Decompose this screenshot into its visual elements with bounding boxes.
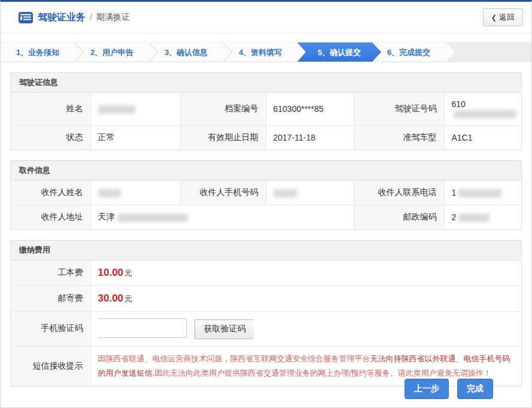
step-1-business-notice: 1、业务须知 xyxy=(1,42,75,62)
status-value: 正常 xyxy=(90,126,180,150)
recipient-name-label: 收件人姓名 xyxy=(11,181,90,205)
recipient-phone-label: 收件人联系电话 xyxy=(354,181,444,205)
file-no-value: 610300****85 xyxy=(266,93,354,126)
step-2-user-declaration: 2、用户申告 xyxy=(75,42,149,62)
section-payment: 缴纳费用 工本费 10.00元 邮寄费 30.00元 手机验证码 获取验证码 xyxy=(10,240,522,386)
license-info-table: 姓名 档案编号 610300****85 驾驶证号码 610 状态 正常 有效期… xyxy=(11,93,521,150)
sms-code-cell: 获取验证码 xyxy=(90,312,521,346)
fee-unit: 元 xyxy=(124,269,132,278)
pickup-info-table: 收件人姓名 收件人手机号码 收件人联系电话 1 收件人地址 天津 邮政编码 2 xyxy=(11,181,521,229)
redacted-value xyxy=(98,105,135,114)
vehicle-class-label: 准驾车型 xyxy=(354,126,444,150)
table-row: 手机验证码 获取验证码 xyxy=(11,312,521,346)
footer-actions: 上一步 完成 xyxy=(405,379,493,399)
header: 驾驶证业务 / 期满换证 ❮返回 xyxy=(1,2,531,34)
section-payment-title: 缴纳费用 xyxy=(11,240,521,260)
finish-button[interactable]: 完成 xyxy=(457,379,493,399)
fee-label: 工本费 xyxy=(11,260,90,286)
recipient-phone-prefix: 1 xyxy=(452,188,457,197)
expiry-value: 2017-11-18 xyxy=(266,126,354,150)
postal-code-prefix: 2 xyxy=(452,212,457,222)
table-row: 状态 正常 有效期止日期 2017-11-18 准驾车型 A1C1 xyxy=(11,126,521,150)
recipient-address-label: 收件人地址 xyxy=(11,205,90,230)
license-no-label: 驾驶证号码 xyxy=(354,93,444,126)
redacted-value xyxy=(98,189,121,197)
get-sms-code-button[interactable]: 获取验证码 xyxy=(194,319,254,339)
step-5-confirm-submit-active: 5、确认提交 xyxy=(297,42,381,62)
section-license-info: 驾驶证信息 姓名 档案编号 610300****85 驾驶证号码 610 状态 … xyxy=(10,72,522,150)
breadcrumb-current: 期满换证 xyxy=(96,12,130,23)
table-row: 收件人地址 天津 邮政编码 2 xyxy=(11,205,521,230)
file-no-label: 档案编号 xyxy=(180,93,266,126)
redacted-value xyxy=(273,189,297,197)
recipient-address-value: 天津 xyxy=(90,205,354,230)
name-value xyxy=(90,93,180,126)
fee-label: 邮寄费 xyxy=(11,286,90,312)
redacted-value xyxy=(458,214,490,222)
vehicle-class-value: A1C1 xyxy=(444,126,521,150)
step-6-finish-submit: 6、完成提交 xyxy=(372,42,446,62)
back-chevron-icon: ❮ xyxy=(491,14,497,21)
status-label: 状态 xyxy=(11,126,90,150)
recipient-name-value xyxy=(90,181,180,205)
section-license-title: 驾驶证信息 xyxy=(11,73,521,93)
recipient-mobile-value xyxy=(266,181,354,205)
sms-code-input[interactable] xyxy=(98,318,187,338)
sms-code-label: 手机验证码 xyxy=(11,312,90,346)
table-row: 工本费 10.00元 xyxy=(11,260,521,286)
back-button[interactable]: ❮返回 xyxy=(483,8,523,26)
page-title: 驾驶证业务 xyxy=(38,11,86,24)
redacted-value xyxy=(454,110,516,118)
sms-notice-part1: 因陕西省联通、电信运营商技术问题，陕西省互联网交通安全综合服务管理平台 xyxy=(98,354,370,363)
license-no-prefix: 610 xyxy=(452,99,466,109)
license-no-value: 610 xyxy=(444,93,521,126)
step-3-confirm-info: 3、确认信息 xyxy=(149,42,223,62)
fee-amount: 30.00 xyxy=(98,293,124,304)
fee-unit: 元 xyxy=(124,294,132,303)
postal-code-value: 2 xyxy=(444,205,521,230)
step-4-fill-data: 4、资料填写 xyxy=(223,42,297,62)
section-pickup-title: 取件信息 xyxy=(11,161,521,181)
fee-value: 10.00元 xyxy=(90,260,521,286)
sms-notice-text: 因陕西省联通、电信运营商技术问题，陕西省互联网交通安全综合服务管理平台无法向持陕… xyxy=(98,352,515,380)
section-pickup-info: 取件信息 收件人姓名 收件人手机号码 收件人联系电话 1 收件人地址 天津 邮政… xyxy=(10,160,522,230)
name-label: 姓名 xyxy=(11,93,90,126)
license-business-icon xyxy=(19,12,33,23)
postal-code-label: 邮政编码 xyxy=(354,205,444,230)
sms-notice-label: 短信接收提示 xyxy=(11,346,90,386)
recipient-phone-value: 1 xyxy=(444,181,521,205)
previous-step-button[interactable]: 上一步 xyxy=(405,379,449,399)
fee-amount: 10.00 xyxy=(98,267,124,278)
redacted-value xyxy=(117,214,188,222)
recipient-mobile-label: 收件人手机号码 xyxy=(180,181,266,205)
wizard-steps: 1、业务须知 2、用户申告 3、确认信息 4、资料填写 5、确认提交 6、完成提… xyxy=(1,42,531,62)
recipient-address-prefix: 天津 xyxy=(98,212,115,221)
fee-value: 30.00元 xyxy=(90,286,521,312)
table-row: 姓名 档案编号 610300****85 驾驶证号码 610 xyxy=(11,93,521,126)
steps-wrap: 1、业务须知 2、用户申告 3、确认信息 4、资料填写 5、确认提交 6、完成提… xyxy=(1,42,455,62)
expiry-label: 有效期止日期 xyxy=(180,126,266,150)
payment-table: 工本费 10.00元 邮寄费 30.00元 手机验证码 获取验证码 短信接收提 xyxy=(11,260,521,385)
breadcrumb-divider: / xyxy=(90,13,92,22)
table-row: 邮寄费 30.00元 xyxy=(11,286,521,312)
back-button-label: 返回 xyxy=(499,13,515,22)
table-row: 收件人姓名 收件人手机号码 收件人联系电话 1 xyxy=(11,181,521,205)
redacted-value xyxy=(458,189,501,197)
sms-notice-part3: 因此无法向此类用户提供陕西省交通管理业务的网上办理/预约等服务。请此类用户避免无… xyxy=(154,369,491,377)
page: 驾驶证业务 / 期满换证 ❮返回 1、业务须知 2、用户申告 3、确认信息 4、… xyxy=(0,0,532,408)
